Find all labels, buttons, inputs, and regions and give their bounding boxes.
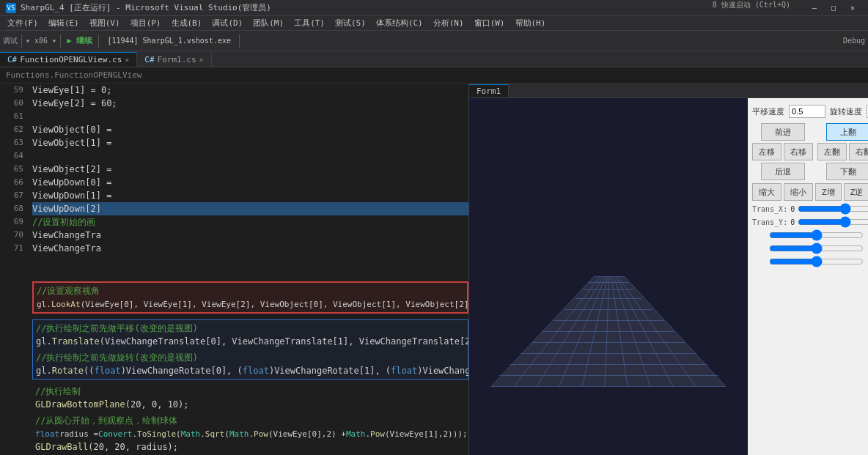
trans-y-val: 0 <box>790 218 795 226</box>
line-num-67: 67 <box>0 189 23 202</box>
back-button[interactable]: 后退 <box>761 163 805 180</box>
tab-label-1: FunctionOPENGLView.cs <box>20 55 122 64</box>
left-tilt-button[interactable]: 左翻 <box>817 143 847 160</box>
translation-speed-input[interactable] <box>789 105 825 118</box>
comment-setviewangle: //设置观察视角 <box>37 285 100 297</box>
code-drawbottom: GLDrawBottomPlane(20, 0, 10); <box>35 398 466 411</box>
code-radius-mid: .ToSingle( <box>132 429 180 439</box>
down-tilt-button[interactable]: 下翻 <box>826 163 869 180</box>
up-tilt-button[interactable]: 上翻 <box>826 123 869 141</box>
up-row: 上翻 <box>817 123 868 141</box>
menu-build[interactable]: 生成(B) <box>167 16 207 30</box>
code-line-61 <box>32 110 468 123</box>
code-comment-ball: //从圆心开始，到观察点，绘制球体 <box>35 414 466 427</box>
menu-test[interactable]: 测试(S) <box>331 16 370 30</box>
close-button[interactable]: ✕ <box>843 0 862 16</box>
zoom-in-button[interactable]: 缩大 <box>752 183 781 201</box>
code-text-63: ViewObject[1] = <box>32 136 111 149</box>
notification-text: 8 快速启动 (Ctrl+Q) <box>713 0 790 16</box>
tab-form1cs[interactable]: C# Form1.cs ✕ <box>137 52 211 67</box>
controls-speed-row: 平移速度 旋转速度 重置视图 <box>752 103 864 120</box>
code-drawball-text: GLDrawBall(20, 20, radius); <box>35 442 178 452</box>
line-num-60: 60 <box>0 97 23 110</box>
code-lookat: gl.LookAt(ViewEye[0], ViewEye[1], ViewEy… <box>37 297 464 311</box>
menu-help[interactable]: 帮助(H) <box>511 16 551 30</box>
tilt-row: 左翻 右翻 <box>817 143 868 160</box>
form-content: 平移速度 旋转速度 重置视图 前进 左移 <box>469 98 868 455</box>
maximize-button[interactable]: □ <box>824 0 843 16</box>
code-area: 59 60 61 62 63 64 65 66 67 68 69 70 71 V… <box>0 84 468 279</box>
line-num-65: 65 <box>0 163 23 176</box>
menu-view[interactable]: 视图(V) <box>85 16 125 30</box>
toolbar-start-btn[interactable]: ▶ 继续 <box>65 34 95 48</box>
tab-functionopenglview[interactable]: C# FunctionOPENGLView.cs ✕ <box>0 52 137 67</box>
trans-x-slider[interactable] <box>798 204 868 214</box>
slider-row-3 <box>752 230 864 240</box>
code-line-59: ViewEye[1] = 0; <box>32 84 468 97</box>
trans-y-slider[interactable] <box>798 217 868 227</box>
code-text-60: ViewEye[2] = 60; <box>32 97 117 110</box>
form-panel: Form1 <box>469 84 868 455</box>
menu-arch[interactable]: 体系结构(C) <box>372 16 427 30</box>
line-num-71: 71 <box>0 242 23 255</box>
code-line-62: ViewObject[0] = <box>32 123 468 136</box>
line-num-66: 66 <box>0 176 23 189</box>
menu-debug[interactable]: 调试(D) <box>207 16 247 30</box>
code-comment-draw: //执行绘制 <box>35 385 466 398</box>
left-move-button[interactable]: 左移 <box>752 143 781 160</box>
back-row: 后退 <box>752 163 813 180</box>
code-pow2: .Pow(ViewEye[1],2))); <box>365 429 467 439</box>
canvas-3d <box>469 98 748 455</box>
slider-row-5 <box>752 256 864 267</box>
kw-math2: Math <box>229 429 249 439</box>
right-controls: 上翻 左翻 右翻 下翻 <box>817 123 868 180</box>
leftright-row: 左移 右移 <box>752 143 813 160</box>
line-num-59: 59 <box>0 84 23 97</box>
z-plus-button[interactable]: Z增 <box>815 183 842 201</box>
slider-3[interactable] <box>769 230 864 240</box>
code-text-67: ViewUpDown[1] = <box>32 189 111 202</box>
right-move-button[interactable]: 右移 <box>784 143 813 160</box>
menu-tools[interactable]: 工具(T) <box>290 16 329 30</box>
tab-close-1[interactable]: ✕ <box>125 56 129 64</box>
code-lower-section[interactable]: //设置观察视角 gl.LookAt(ViewEye[0], ViewEye[1… <box>0 279 468 455</box>
title-controls: 8 快速启动 (Ctrl+Q) — □ ✕ <box>713 0 862 16</box>
toolbar-sep-4 <box>239 34 240 48</box>
code-comment-rotate: //执行绘制之前先做旋转(改变的是视图) <box>36 351 465 364</box>
menu-window[interactable]: 窗口(W) <box>470 16 510 30</box>
spacer-1 <box>32 314 468 319</box>
code-radius: float radius = Convert .ToSingle( Math .… <box>35 427 466 440</box>
code-text-69: //设置初始的画 <box>32 215 95 229</box>
comment-translate: //执行绘制之前先做平移(改变的是视图) <box>36 322 198 335</box>
line-num-62: 62 <box>0 123 23 136</box>
forward-button[interactable]: 前进 <box>761 123 805 141</box>
controls-panel: 平移速度 旋转速度 重置视图 前进 左移 <box>748 98 868 455</box>
tab-cs-icon-2: C# <box>144 55 154 64</box>
code-breadcrumb: Functions.FunctionOPENGLView <box>0 67 868 84</box>
code-content-top[interactable]: ViewEye[1] = 0; ViewEye[2] = 60; ViewObj… <box>29 84 468 279</box>
code-text-66: ViewUpDown[0] = <box>32 176 111 189</box>
comment-rotate: //执行绘制之前先做旋转(改变的是视图) <box>36 352 198 364</box>
right-tilt-button[interactable]: 右翻 <box>849 143 868 160</box>
menu-team[interactable]: 团队(M) <box>249 16 288 30</box>
code-lookat-text: gl.LookAt(ViewEye[0], ViewEye[1], ViewEy… <box>37 300 468 309</box>
slider-5[interactable] <box>769 256 864 267</box>
z-minus-button[interactable]: Z逆 <box>844 183 868 201</box>
menu-analyze[interactable]: 分析(N) <box>429 16 468 30</box>
left-controls: 前进 左移 右移 后退 <box>752 123 813 180</box>
slider-4[interactable] <box>769 243 864 254</box>
zoom-out-button[interactable]: 缩小 <box>784 183 813 201</box>
zoom-row: 缩大 缩小 Z增 Z逆 <box>752 183 864 201</box>
menu-project[interactable]: 项目(P) <box>126 16 166 30</box>
code-text-71: ViewChangeTra <box>32 242 101 255</box>
minimize-button[interactable]: — <box>805 0 824 16</box>
menu-edit[interactable]: 编辑(E) <box>44 16 84 30</box>
tab-close-2[interactable]: ✕ <box>199 56 204 64</box>
form-tab-form1[interactable]: Form1 <box>469 84 509 97</box>
kw-math: Math <box>181 429 201 439</box>
code-rotate-text: gl.Rotate((float)ViewChangeRotate[0], (f… <box>36 366 468 376</box>
code-comment-viewangle: //设置观察视角 <box>37 284 464 297</box>
code-line-71: ViewChangeTra <box>32 242 468 255</box>
code-line-60: ViewEye[2] = 60; <box>32 97 468 110</box>
menu-file[interactable]: 文件(F) <box>3 16 43 30</box>
